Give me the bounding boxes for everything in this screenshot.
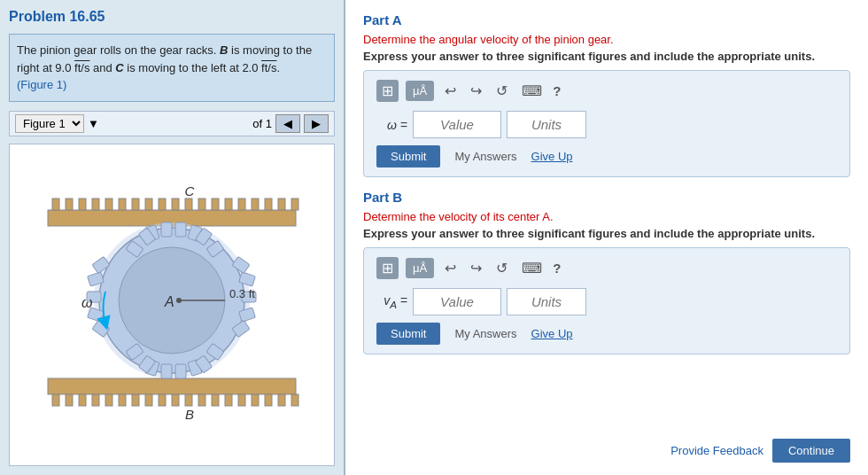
part-b-give-up[interactable]: Give Up [531,327,573,340]
svg-rect-22 [66,394,73,406]
svg-rect-19 [291,199,298,210]
problem-title-text: Problem [9,9,66,24]
a-label: A [164,294,174,309]
svg-rect-16 [252,199,259,210]
svg-rect-13 [212,199,219,210]
part-b-value-input[interactable] [413,288,501,315]
redo-btn-b[interactable]: ↪ [467,258,485,278]
help-btn-a[interactable]: ? [553,83,561,98]
part-a-value-input[interactable] [413,111,501,138]
va-label: vA = [376,293,407,310]
undo-btn-a[interactable]: ↩ [441,81,460,101]
svg-rect-24 [92,394,99,406]
figure-area: C [9,144,335,467]
part-b-toolbar: ⊞ μÅ ↩ ↪ ↺ ⌨ ? [376,257,837,279]
svg-rect-8 [145,199,152,210]
svg-rect-2 [66,199,73,210]
refresh-btn-b[interactable]: ↺ [492,258,511,278]
left-panel: Problem 16.65 The pinion gear rolls on t… [0,0,345,475]
svg-rect-27 [132,394,139,406]
part-b-instruction: Express your answer to three significant… [363,227,850,240]
mu-btn-b[interactable]: μÅ [406,258,434,278]
footer-bar: Provide Feedback Continue [363,433,850,463]
svg-rect-1 [52,199,59,210]
svg-rect-29 [159,394,166,406]
next-figure-btn[interactable]: ▶ [304,114,329,133]
svg-rect-30 [172,394,179,406]
grid-btn-b[interactable]: ⊞ [376,257,399,279]
b-label: B [185,407,194,422]
svg-rect-3 [79,199,86,210]
svg-rect-26 [119,394,126,406]
part-b-submit-row: Submit My Answers Give Up [376,323,837,345]
svg-rect-39 [291,394,298,406]
part-b-answer-box: ⊞ μÅ ↩ ↪ ↺ ⌨ ? vA = Submit My Answers Gi… [363,247,850,354]
svg-rect-38 [278,394,285,406]
prev-figure-btn[interactable]: ◀ [275,114,300,133]
svg-rect-37 [265,394,272,406]
keyboard-btn-b[interactable]: ⌨ [518,258,546,278]
omega-symbol: ω [81,295,92,310]
figure-selector-bar: Figure 1 ▼ of 1 ◀ ▶ [9,111,335,136]
of-label: of 1 [252,117,272,130]
right-panel: Part A Determine the angular velocity of… [345,0,868,475]
svg-rect-44 [175,222,186,237]
svg-rect-4 [92,199,99,210]
part-b-my-answers[interactable]: My Answers [454,327,516,340]
provide-feedback-link[interactable]: Provide Feedback [670,444,763,457]
svg-rect-32 [198,394,205,406]
svg-rect-5 [105,199,112,210]
part-a-units-input[interactable] [507,111,586,138]
part-a-title: Part A [363,12,850,27]
figure-link[interactable]: (Figure 1) [17,78,66,91]
dimension-label: 0.3 ft [229,287,255,300]
omega-label: ω = [376,118,407,132]
mu-btn-a[interactable]: μÅ [406,81,434,101]
c-label: C [185,185,195,199]
svg-rect-62 [175,364,186,378]
keyboard-btn-a[interactable]: ⌨ [518,81,546,101]
svg-rect-20 [48,378,296,394]
svg-rect-25 [105,394,112,406]
problem-number: 16.65 [69,9,105,24]
part-a-submit-row: Submit My Answers Give Up [376,145,837,167]
svg-rect-36 [252,394,259,406]
svg-rect-7 [132,199,139,210]
continue-btn[interactable]: Continue [772,439,850,463]
part-a-my-answers[interactable]: My Answers [454,150,516,163]
part-a-instruction: Express your answer to three significant… [363,50,850,63]
part-a-section: Part A Determine the angular velocity of… [363,12,850,177]
svg-rect-17 [265,199,272,210]
svg-rect-35 [238,394,245,406]
svg-rect-11 [185,199,192,210]
part-b-description: Determine the velocity of its center A. [363,210,850,223]
refresh-btn-a[interactable]: ↺ [492,81,511,101]
svg-rect-21 [52,394,59,406]
svg-rect-42 [161,222,172,237]
redo-btn-a[interactable]: ↪ [467,81,485,101]
svg-rect-60 [161,364,172,378]
svg-rect-34 [225,394,232,406]
svg-rect-10 [172,199,179,210]
part-b-units-input[interactable] [507,288,586,315]
svg-rect-23 [79,394,86,406]
svg-rect-28 [145,394,152,406]
part-a-toolbar: ⊞ μÅ ↩ ↪ ↺ ⌨ ? [376,80,837,102]
grid-btn-a[interactable]: ⊞ [376,80,399,102]
part-b-title: Part B [363,190,850,205]
help-btn-b[interactable]: ? [553,261,561,276]
part-b-input-row: vA = [376,288,837,315]
part-b-submit-btn[interactable]: Submit [376,323,440,345]
undo-btn-b[interactable]: ↩ [441,258,460,278]
svg-rect-31 [185,394,192,406]
part-a-give-up[interactable]: Give Up [531,150,573,163]
part-a-input-row: ω = [376,111,837,138]
part-a-submit-btn[interactable]: Submit [376,145,440,167]
svg-rect-9 [159,199,166,210]
svg-rect-12 [198,199,205,210]
svg-rect-18 [278,199,285,210]
figure-dropdown[interactable]: Figure 1 [15,114,84,133]
svg-rect-6 [119,199,126,210]
part-b-section: Part B Determine the velocity of its cen… [363,190,850,354]
problem-description: The pinion gear rolls on the gear racks.… [9,34,335,102]
